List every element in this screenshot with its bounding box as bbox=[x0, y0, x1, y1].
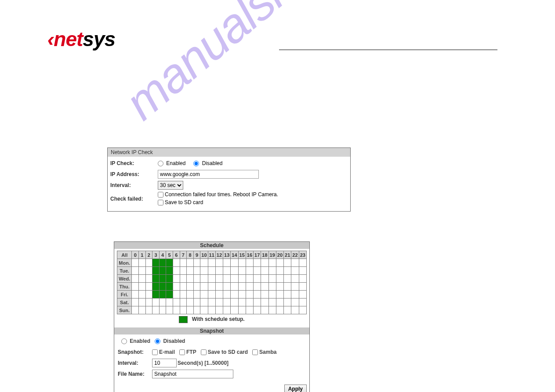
schedule-hour-header[interactable]: 20 bbox=[276, 251, 283, 259]
schedule-cell[interactable] bbox=[159, 298, 166, 306]
schedule-cell[interactable] bbox=[152, 306, 160, 314]
schedule-cell[interactable] bbox=[138, 306, 145, 314]
schedule-cell[interactable] bbox=[173, 275, 180, 283]
schedule-cell[interactable] bbox=[223, 283, 231, 291]
schedule-cell[interactable] bbox=[200, 298, 208, 306]
schedule-hour-header[interactable]: 22 bbox=[291, 251, 299, 259]
schedule-cell[interactable] bbox=[152, 283, 160, 291]
schedule-all-header[interactable]: All bbox=[117, 251, 132, 259]
schedule-cell[interactable] bbox=[187, 283, 194, 291]
schedule-cell[interactable] bbox=[173, 291, 180, 298]
schedule-cell[interactable] bbox=[254, 267, 261, 275]
schedule-cell[interactable] bbox=[173, 259, 180, 267]
schedule-cell[interactable] bbox=[215, 306, 223, 314]
schedule-cell[interactable] bbox=[276, 291, 283, 298]
schedule-cell[interactable] bbox=[246, 283, 253, 291]
schedule-cell[interactable] bbox=[231, 275, 238, 283]
schedule-hour-header[interactable]: 9 bbox=[193, 251, 200, 259]
schedule-cell[interactable] bbox=[180, 259, 187, 267]
snapshot-ftp-checkbox[interactable] bbox=[179, 349, 185, 355]
schedule-cell[interactable] bbox=[159, 259, 166, 267]
schedule-cell[interactable] bbox=[166, 275, 173, 283]
schedule-cell[interactable] bbox=[200, 283, 208, 291]
schedule-day-header[interactable]: Sun. bbox=[117, 306, 132, 314]
schedule-day-header[interactable]: Mon. bbox=[117, 259, 132, 267]
schedule-cell[interactable] bbox=[254, 298, 261, 306]
schedule-cell[interactable] bbox=[299, 298, 306, 306]
schedule-cell[interactable] bbox=[261, 306, 268, 314]
schedule-cell[interactable] bbox=[208, 306, 215, 314]
schedule-cell[interactable] bbox=[173, 298, 180, 306]
schedule-cell[interactable] bbox=[231, 259, 238, 267]
schedule-cell[interactable] bbox=[200, 267, 208, 275]
schedule-cell[interactable] bbox=[268, 298, 276, 306]
schedule-cell[interactable] bbox=[166, 298, 173, 306]
schedule-cell[interactable] bbox=[200, 306, 208, 314]
schedule-cell[interactable] bbox=[268, 267, 276, 275]
schedule-cell[interactable] bbox=[152, 259, 160, 267]
schedule-hour-header[interactable]: 6 bbox=[173, 251, 180, 259]
schedule-cell[interactable] bbox=[180, 283, 187, 291]
schedule-cell[interactable] bbox=[246, 259, 253, 267]
schedule-cell[interactable] bbox=[145, 291, 152, 298]
schedule-hour-header[interactable]: 12 bbox=[215, 251, 223, 259]
schedule-cell[interactable] bbox=[180, 267, 187, 275]
schedule-cell[interactable] bbox=[291, 298, 299, 306]
schedule-cell[interactable] bbox=[284, 291, 291, 298]
snapshot-interval-input[interactable] bbox=[152, 359, 177, 367]
schedule-hour-header[interactable]: 16 bbox=[246, 251, 253, 259]
schedule-cell[interactable] bbox=[246, 306, 253, 314]
schedule-cell[interactable] bbox=[138, 275, 145, 283]
schedule-cell[interactable] bbox=[246, 298, 253, 306]
schedule-cell[interactable] bbox=[299, 267, 306, 275]
schedule-cell[interactable] bbox=[193, 306, 200, 314]
schedule-cell[interactable] bbox=[215, 291, 223, 298]
schedule-cell[interactable] bbox=[166, 306, 173, 314]
schedule-hour-header[interactable]: 23 bbox=[299, 251, 306, 259]
schedule-cell[interactable] bbox=[299, 306, 306, 314]
schedule-cell[interactable] bbox=[159, 275, 166, 283]
schedule-cell[interactable] bbox=[187, 298, 194, 306]
schedule-cell[interactable] bbox=[231, 306, 238, 314]
schedule-day-header[interactable]: Sat. bbox=[117, 298, 132, 306]
schedule-cell[interactable] bbox=[187, 306, 194, 314]
schedule-cell[interactable] bbox=[276, 267, 283, 275]
schedule-cell[interactable] bbox=[238, 275, 246, 283]
schedule-cell[interactable] bbox=[166, 283, 173, 291]
schedule-cell[interactable] bbox=[138, 259, 145, 267]
schedule-cell[interactable] bbox=[268, 283, 276, 291]
schedule-cell[interactable] bbox=[132, 291, 139, 298]
schedule-cell[interactable] bbox=[254, 283, 261, 291]
schedule-cell[interactable] bbox=[276, 298, 283, 306]
schedule-cell[interactable] bbox=[276, 306, 283, 314]
schedule-cell[interactable] bbox=[284, 306, 291, 314]
schedule-cell[interactable] bbox=[187, 291, 194, 298]
schedule-cell[interactable] bbox=[254, 259, 261, 267]
schedule-cell[interactable] bbox=[152, 298, 160, 306]
schedule-cell[interactable] bbox=[166, 291, 173, 298]
schedule-cell[interactable] bbox=[238, 283, 246, 291]
schedule-cell[interactable] bbox=[238, 306, 246, 314]
schedule-day-header[interactable]: Thu. bbox=[117, 283, 132, 291]
schedule-cell[interactable] bbox=[246, 275, 253, 283]
schedule-cell[interactable] bbox=[152, 291, 160, 298]
schedule-cell[interactable] bbox=[145, 306, 152, 314]
schedule-cell[interactable] bbox=[261, 259, 268, 267]
schedule-hour-header[interactable]: 21 bbox=[284, 251, 291, 259]
schedule-cell[interactable] bbox=[187, 275, 194, 283]
schedule-cell[interactable] bbox=[276, 259, 283, 267]
schedule-cell[interactable] bbox=[215, 275, 223, 283]
schedule-cell[interactable] bbox=[299, 259, 306, 267]
schedule-cell[interactable] bbox=[145, 275, 152, 283]
schedule-cell[interactable] bbox=[284, 267, 291, 275]
schedule-hour-header[interactable]: 3 bbox=[152, 251, 160, 259]
interval-select[interactable]: 30 sec bbox=[158, 181, 183, 190]
schedule-cell[interactable] bbox=[208, 267, 215, 275]
schedule-cell[interactable] bbox=[145, 259, 152, 267]
schedule-cell[interactable] bbox=[284, 259, 291, 267]
schedule-cell[interactable] bbox=[193, 298, 200, 306]
schedule-cell[interactable] bbox=[166, 259, 173, 267]
schedule-cell[interactable] bbox=[138, 298, 145, 306]
check-failed-reboot-checkbox[interactable] bbox=[158, 192, 163, 198]
snapshot-sd-checkbox[interactable] bbox=[201, 349, 207, 355]
